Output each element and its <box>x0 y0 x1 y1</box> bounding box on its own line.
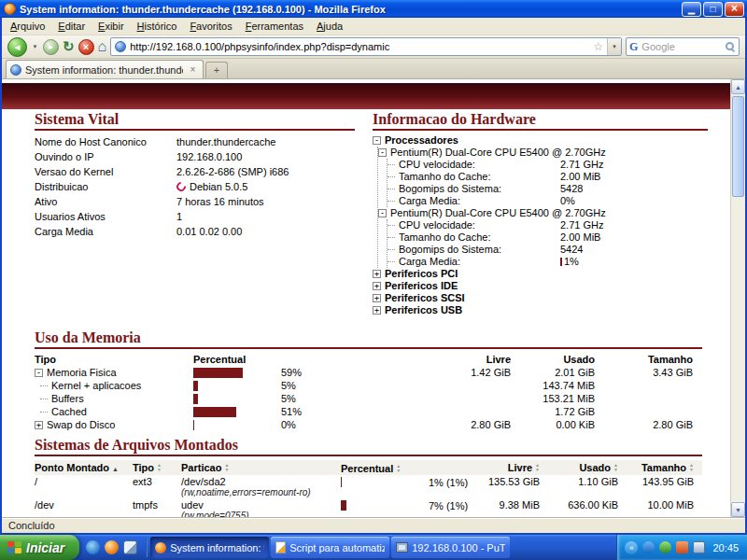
col-header-tipo: Tipo <box>35 353 193 366</box>
expand-icon[interactable] <box>373 306 381 315</box>
task-button-script[interactable]: Script para automatiz... <box>271 537 389 558</box>
collapse-icon[interactable] <box>378 209 387 217</box>
col-header-usado[interactable]: Usado <box>540 462 618 473</box>
property-label: Bogomips do Sistema: <box>399 244 560 256</box>
url-dropdown-icon[interactable] <box>607 38 621 55</box>
scrollbar-thumb[interactable] <box>732 96 744 197</box>
menu-exibir[interactable]: Exibir <box>92 19 131 34</box>
hide-icons-chevron-icon[interactable] <box>625 541 638 554</box>
col-header-livre[interactable]: Livre <box>481 462 540 473</box>
col-header-ponto-montado[interactable]: Ponto Montado <box>35 462 133 473</box>
load-bar <box>560 258 562 266</box>
scrollbar-track[interactable] <box>731 94 745 502</box>
tree-connector <box>388 231 397 244</box>
property-label: CPU velocidade: <box>399 219 560 231</box>
vertical-scrollbar[interactable] <box>730 79 745 517</box>
expand-icon[interactable] <box>35 421 43 429</box>
vital-label: Ativo <box>35 194 176 209</box>
new-tab-button[interactable]: + <box>205 62 228 78</box>
usage-percent: 51% <box>281 405 302 418</box>
refresh-icon[interactable] <box>63 38 75 55</box>
menu-favoritos[interactable]: Favoritos <box>183 19 238 34</box>
internet-explorer-icon[interactable] <box>86 540 100 554</box>
scroll-down-icon[interactable] <box>731 502 745 517</box>
task-button-putty[interactable]: 192.168.0.100 - PuTTY <box>391 537 510 558</box>
menu-editar[interactable]: Editar <box>51 19 92 34</box>
menu-ajuda[interactable]: Ajuda <box>310 19 349 34</box>
section-title-memoria: Uso da Memoria <box>35 329 702 346</box>
titlebar[interactable]: System information: thunder.thundercache… <box>0 0 747 18</box>
cell-mount-options: (rw,mode=0755) <box>181 511 341 517</box>
expand-icon[interactable] <box>373 294 381 302</box>
usage-percent: 59% <box>281 366 302 379</box>
menu-arquivo[interactable]: Arquivo <box>4 19 51 34</box>
home-icon[interactable] <box>98 38 107 55</box>
vital-value: 7 horas 16 minutos <box>176 194 264 209</box>
network-icon[interactable] <box>642 541 655 553</box>
taskbar: Iniciar System information: t... Script … <box>0 535 747 560</box>
sort-icon <box>396 464 401 473</box>
col-header-particao[interactable]: Particao <box>181 462 341 473</box>
tree-connector <box>388 219 397 231</box>
bookmark-star-icon[interactable] <box>593 40 603 53</box>
vital-label: Distribuicao <box>35 179 176 194</box>
tab-close-icon[interactable] <box>187 63 199 76</box>
sort-icon <box>224 463 229 472</box>
vital-value: 0.01 0.02 0.00 <box>176 224 242 239</box>
usage-percent: 7% (1%) <box>429 500 468 511</box>
expand-icon[interactable] <box>373 270 381 278</box>
forward-button[interactable] <box>43 39 59 55</box>
expand-icon[interactable] <box>373 282 381 290</box>
system-tray: 20:45 <box>616 535 747 560</box>
menu-historico[interactable]: Histórico <box>131 19 184 34</box>
cpu-property: Carga Media: 0% <box>388 195 708 207</box>
col-header-percentual[interactable]: Percentual <box>341 462 481 474</box>
menu-ferramentas[interactable]: Ferramentas <box>239 19 310 34</box>
back-button[interactable] <box>7 37 27 57</box>
show-desktop-icon[interactable] <box>123 540 137 554</box>
col-header-tamanho[interactable]: Tamanho <box>618 462 694 473</box>
update-icon[interactable] <box>659 541 671 553</box>
minimize-button[interactable] <box>682 2 701 17</box>
vital-value: thunder.thundercache <box>176 134 275 149</box>
memory-type: Buffers <box>51 392 84 405</box>
memory-row-buffers: Buffers 5% 153.21 MiB <box>35 392 702 405</box>
scroll-up-icon[interactable] <box>731 79 745 94</box>
collapse-icon[interactable] <box>378 148 387 157</box>
cell-tamanho: 2.80 GiB <box>595 418 693 431</box>
script-file-icon <box>275 541 286 553</box>
header-label: Particao <box>181 462 221 473</box>
firefox-icon[interactable] <box>105 540 119 554</box>
quick-launch <box>79 535 144 560</box>
search-icon[interactable] <box>725 41 736 52</box>
collapse-icon[interactable] <box>35 369 43 377</box>
window-controls <box>682 2 744 17</box>
menubar: Arquivo Editar Exibir Histórico Favorito… <box>2 18 745 35</box>
search-input[interactable]: Google <box>626 37 740 56</box>
start-button[interactable]: Iniciar <box>0 535 79 560</box>
cell-usado: 1.72 GiB <box>511 405 595 418</box>
volume-icon[interactable] <box>693 541 705 553</box>
back-history-dropdown-icon[interactable] <box>31 44 39 49</box>
tree-node-perifericos-scsi: Perifericos SCSI <box>373 292 708 304</box>
collapse-icon[interactable] <box>373 136 381 145</box>
tab-system-information[interactable]: System information: thunder.thunder... <box>6 60 204 78</box>
maximize-button[interactable] <box>703 2 723 17</box>
site-favicon <box>115 41 126 52</box>
cpu-property: Bogomips do Sistema: 5428 <box>388 183 708 195</box>
vital-value: 1 <box>176 209 182 224</box>
phpsysinfo-page: Sistema Vital Nome do Host Canonico thun… <box>2 79 730 517</box>
header-label: Tipo <box>133 462 154 473</box>
task-button-firefox[interactable]: System information: t... <box>150 537 269 558</box>
stop-icon[interactable] <box>78 39 94 55</box>
close-button[interactable] <box>725 2 744 17</box>
hardware-tree: Processadores Pentium(R) Dual-Core CPU E… <box>373 134 708 316</box>
sistema-vital-section: Sistema Vital Nome do Host Canonico thun… <box>35 111 366 316</box>
page-header-banner <box>2 83 730 109</box>
antivirus-icon[interactable] <box>676 541 688 553</box>
cell-usado: 636.00 KiB <box>540 499 618 517</box>
cell-livre: 135.53 GiB <box>481 476 540 497</box>
taskbar-clock[interactable]: 20:45 <box>712 542 739 553</box>
url-bar[interactable]: http://192.168.0.100/phpsysinfo/index.ph… <box>110 37 622 56</box>
col-header-tipo[interactable]: Tipo <box>133 462 181 473</box>
